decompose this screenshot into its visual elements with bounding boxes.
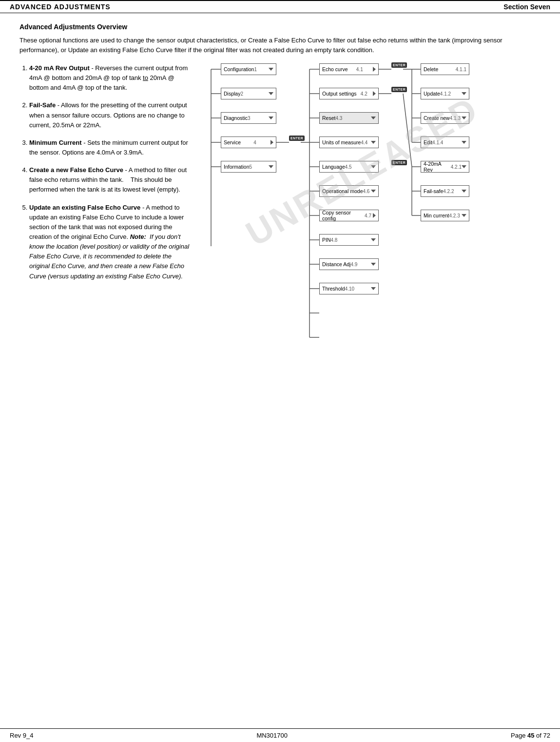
information-num: 5 xyxy=(250,164,252,170)
left-column: 4-20 mA Rev Output - Reverses the curren… xyxy=(19,63,193,289)
menu-delete: Delete 4.1.1 xyxy=(421,63,469,75)
menu-operational-mode: Operational mode 4.6 xyxy=(319,185,379,197)
menu-configuration: Configuration 1 xyxy=(221,63,276,75)
page: ADVANCED ADJUSTMENTS Section Seven Advan… xyxy=(0,0,560,742)
threshold-label: Threshold xyxy=(322,286,345,292)
page-content: Advanced Adjustments Overview These opti… xyxy=(0,13,560,728)
update-num: 4.1.2 xyxy=(440,91,451,97)
output-settings-arrow xyxy=(373,91,376,96)
output-settings-label: Output settings xyxy=(322,91,357,97)
page-header: ADVANCED ADJUSTMENTS Section Seven xyxy=(0,0,560,13)
enter-echo: ENTER xyxy=(391,62,407,68)
list-item-4: Create a new False Echo Curve - A method… xyxy=(29,165,193,195)
language-arrow xyxy=(371,165,376,168)
menu-information: Information 5 xyxy=(221,161,276,173)
feature-list: 4-20 mA Rev Output - Reverses the curren… xyxy=(19,63,193,281)
display-label: Display xyxy=(224,91,240,97)
units-arrow xyxy=(371,141,376,144)
list-item-3: Minimum Current - Sets the minimum curre… xyxy=(29,138,193,157)
page-footer: Rev 9_4 MN301700 Page 45 of 72 xyxy=(0,728,560,742)
operational-mode-arrow xyxy=(371,190,376,193)
menu-display: Display 2 xyxy=(221,88,276,99)
enter-units: ENTER xyxy=(391,160,407,165)
information-label: Information xyxy=(224,164,250,170)
update-arrow xyxy=(462,92,466,95)
units-label: Units of measure xyxy=(322,139,361,145)
enter-service: ENTER xyxy=(289,136,305,141)
header-title-left: ADVANCED ADJUSTMENTS xyxy=(10,3,111,11)
echo-curve-label: Echo curve xyxy=(322,66,348,72)
create-new-arrow xyxy=(462,117,466,119)
menu-distance-adj: Distance Adj 4.9 xyxy=(319,258,379,270)
config-arrow xyxy=(269,68,273,71)
menu-fail-safe: Fail-safe 4.2.2 xyxy=(421,185,469,197)
service-num: 4 xyxy=(253,140,256,145)
menu-reset: Reset 4.3 xyxy=(319,112,379,124)
fail-safe-arrow xyxy=(462,190,466,193)
edit-arrow xyxy=(462,141,466,144)
config-label: Configuration xyxy=(224,66,254,72)
menu-echo-curve: Echo curve 4.1 xyxy=(319,63,379,75)
diagnostic-arrow xyxy=(269,117,273,119)
menu-units: Units of measure 4.4 xyxy=(319,137,379,148)
enter-output: ENTER xyxy=(391,87,407,92)
service-label: Service xyxy=(224,139,241,145)
footer-center: MN301700 xyxy=(256,732,288,739)
threshold-num: 4.10 xyxy=(345,286,354,292)
pin-label: PIN xyxy=(322,237,331,243)
item5-label: Update an existing False Echo Curve xyxy=(29,204,140,211)
min-current-label: Min current xyxy=(424,213,449,218)
item4-label: Create a new False Echo Curve xyxy=(29,166,123,174)
svg-line-29 xyxy=(403,94,412,167)
reset-num: 4.3 xyxy=(335,116,342,121)
menu-diagram: UNRELEASED xyxy=(202,63,475,366)
menu-output-settings: Output settings 4.2 xyxy=(319,88,379,99)
menu-copy-sensor: Copy sensor config 4.7 xyxy=(319,210,379,221)
output-settings-num: 4.2 xyxy=(361,91,367,97)
menu-create-new: Create new 4.1.3 xyxy=(421,112,469,124)
distance-adj-label: Distance Adj xyxy=(322,261,350,267)
menu-language: Language 4.5 xyxy=(319,161,379,173)
item1-label: 4-20 mA Rev Output xyxy=(29,64,90,72)
fail-safe-num: 4.2.2 xyxy=(443,189,454,194)
display-num: 2 xyxy=(240,91,243,97)
menu-min-current: Min current 4.2.3 xyxy=(421,210,469,221)
service-arrow xyxy=(270,140,273,145)
operational-mode-num: 4.6 xyxy=(363,189,369,194)
edit-label: Edit xyxy=(424,139,432,145)
menu-4-20ma-rev: 4-20mA Rev 4.2.1 xyxy=(421,161,469,173)
diagnostic-num: 3 xyxy=(248,116,251,121)
list-item-5: Update an existing False Echo Curve - A … xyxy=(29,203,193,281)
list-item-2: Fail-Safe - Allows for the presetting of… xyxy=(29,100,193,130)
echo-curve-arrow xyxy=(373,67,376,72)
pin-arrow xyxy=(371,238,376,241)
distance-adj-num: 4.9 xyxy=(350,262,357,267)
menu-edit: Edit 4.1.4 xyxy=(421,137,469,148)
information-arrow xyxy=(269,165,273,168)
distance-adj-arrow xyxy=(371,263,376,266)
create-new-label: Create new xyxy=(424,115,450,121)
pin-num: 4.8 xyxy=(331,237,338,243)
item2-label: Fail-Safe xyxy=(29,101,56,109)
diagnostic-label: Diagnostic xyxy=(224,115,248,121)
delete-num: 4.1.1 xyxy=(456,67,466,72)
header-title-right: Section Seven xyxy=(503,3,550,11)
copy-sensor-label: Copy sensor config xyxy=(322,210,365,221)
edit-num: 4.1.4 xyxy=(432,140,443,145)
language-label: Language xyxy=(322,164,345,170)
update-label: Update xyxy=(424,91,440,97)
4-20ma-rev-arrow xyxy=(462,165,466,168)
menu-service: Service 4 xyxy=(221,137,276,148)
language-num: 4.5 xyxy=(345,164,352,170)
section-title: Advanced Adjustments Overview xyxy=(19,23,541,31)
delete-label: Delete xyxy=(424,66,438,72)
4-20ma-rev-num: 4.2.1 xyxy=(451,164,462,170)
min-current-num: 4.2.3 xyxy=(449,213,460,218)
copy-sensor-num: 4.7 xyxy=(365,213,371,218)
right-column: UNRELEASED xyxy=(202,63,541,366)
menu-diagnostic: Diagnostic 3 xyxy=(221,112,276,124)
menu-threshold: Threshold 4.10 xyxy=(319,283,379,294)
4-20ma-rev-label: 4-20mA Rev xyxy=(424,161,451,173)
intro-text: These optional functions are used to cha… xyxy=(19,36,541,55)
list-item-1: 4-20 mA Rev Output - Reverses the curren… xyxy=(29,63,193,93)
